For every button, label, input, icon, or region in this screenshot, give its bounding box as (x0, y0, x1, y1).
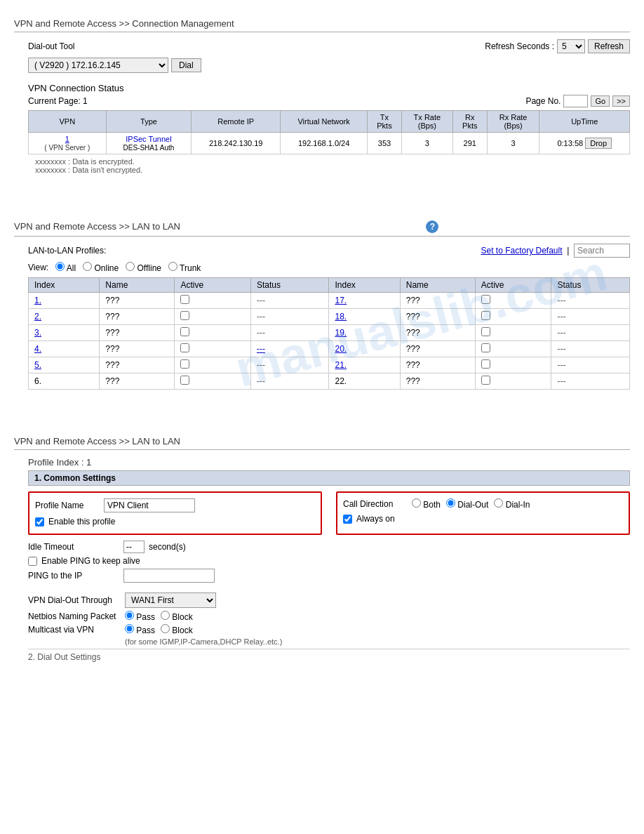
active-checkbox-21[interactable] (481, 359, 490, 369)
call-both-label[interactable]: Both (412, 498, 441, 510)
netbios-pass-radio[interactable] (125, 611, 134, 620)
col-name-right: Name (400, 278, 475, 293)
page-number-input[interactable] (563, 95, 588, 107)
go-button[interactable]: Go (591, 95, 610, 107)
view-online-label[interactable]: Online (83, 262, 119, 273)
vpn-status-title: VPN Connection Status (28, 83, 630, 93)
enable-profile-label: Enable this profile (48, 517, 115, 527)
enable-ping-checkbox[interactable] (28, 557, 37, 566)
vpn-tx-pkts: 353 (368, 133, 402, 154)
active-checkbox-18[interactable] (481, 311, 490, 320)
active-checkbox-20[interactable] (481, 343, 490, 352)
refresh-seconds-label: Refresh Seconds : (485, 41, 554, 51)
col-name-left: Name (100, 278, 175, 293)
always-on-label: Always on (356, 514, 395, 524)
right-profile-col: Call Direction Both Dial-Out Dial-In Alw… (336, 491, 630, 535)
table-row: 3. ??? --- 19. ??? --- (29, 325, 630, 341)
view-offline-radio[interactable] (126, 262, 135, 271)
drop-button[interactable]: Drop (585, 138, 612, 149)
netbios-pass-label[interactable]: Pass (125, 611, 155, 622)
breadcrumb-3: VPN and Remote Access >> LAN to LAN (14, 432, 630, 450)
col-rx-pkts: RxPkts (452, 111, 487, 133)
netbios-block-label[interactable]: Block (161, 611, 193, 622)
table-row: 6. ??? --- 22. ??? --- (29, 373, 630, 390)
view-trunk-radio[interactable] (168, 262, 177, 271)
multicast-block-radio[interactable] (161, 624, 170, 633)
table-row: 4. ??? --- 20. ??? --- (29, 341, 630, 357)
view-all-radio[interactable] (55, 262, 65, 271)
active-checkbox-19[interactable] (481, 327, 490, 336)
refresh-seconds-select[interactable]: 5 10 30 (557, 39, 585, 53)
col-status-left: Status (250, 278, 329, 293)
call-dialin-label[interactable]: Dial-In (494, 498, 530, 510)
vpn-id: 1 ( VPN Server ) (29, 133, 107, 154)
search-input[interactable] (574, 244, 630, 258)
view-offline-label[interactable]: Offline (126, 262, 161, 273)
breadcrumb-1: VPN and Remote Access >> Connection Mana… (14, 14, 630, 32)
profile-index: Profile Index : 1 (28, 457, 630, 468)
col-index-left: Index (29, 278, 100, 293)
vpn-remote-ip: 218.242.130.19 (192, 133, 281, 154)
call-dialout-label[interactable]: Dial-Out (446, 498, 488, 510)
col-tx-pkts: TxPkts (368, 111, 402, 133)
dial-out-settings-label: 2. Dial Out Settings (28, 649, 630, 662)
multicast-pass-radio[interactable] (125, 624, 134, 633)
active-checkbox-6[interactable] (180, 376, 189, 385)
view-label: View: (28, 263, 48, 272)
factory-default-link[interactable]: Set to Factory Default (481, 246, 562, 256)
idle-timeout-input[interactable] (123, 541, 145, 553)
view-all-label[interactable]: All (55, 262, 76, 273)
table-row: 1. ??? --- 17. ??? --- (29, 293, 630, 309)
common-settings-label: 1. Common Settings (28, 470, 630, 486)
multicast-block-label[interactable]: Block (161, 624, 193, 635)
active-checkbox-22[interactable] (481, 376, 490, 385)
ping-ip-label: PING to the IP (28, 571, 119, 581)
enable-profile-checkbox[interactable] (35, 517, 44, 527)
vpn-connection-table: VPN Type Remote IP Virtual Network TxPkt… (28, 110, 630, 154)
col-vpn: VPN (29, 111, 107, 133)
active-checkbox-2[interactable] (180, 311, 189, 320)
col-status-right: Status (551, 278, 630, 293)
active-checkbox-17[interactable] (481, 295, 490, 304)
active-checkbox-1[interactable] (180, 295, 189, 304)
call-direction-label: Call Direction (343, 499, 406, 509)
vpn-tx-rate: 3 (401, 133, 452, 154)
active-checkbox-4[interactable] (180, 343, 189, 352)
help-icon[interactable]: ? (426, 220, 438, 233)
profile-name-input[interactable] (104, 498, 195, 512)
call-dialout-radio[interactable] (446, 498, 455, 508)
col-index-right: Index (329, 278, 400, 293)
view-online-radio[interactable] (83, 262, 92, 271)
call-both-radio[interactable] (412, 498, 421, 508)
dial-vpn-select[interactable]: ( V2920 ) 172.16.2.145 (28, 58, 168, 73)
dialout-through-select[interactable]: WAN1 First WAN2 First WAN1 Only WAN2 Onl… (125, 593, 216, 608)
table-row: 5. ??? --- 21. ??? --- (29, 357, 630, 373)
enable-ping-label: Enable PING to keep alive (41, 556, 140, 566)
ping-ip-input[interactable] (123, 569, 215, 583)
vpn-type: IPSec Tunnel DES-SHA1 Auth (106, 133, 192, 154)
table-row: 2. ??? --- 18. ??? --- (29, 309, 630, 325)
profiles-label: LAN-to-LAN Profiles: (28, 246, 106, 256)
vpn-uptime: 0:13:58 Drop (539, 133, 630, 154)
col-uptime: UpTime (539, 111, 630, 133)
dialout-tool-label: Dial-out Tool (28, 41, 74, 51)
netbios-block-radio[interactable] (161, 611, 170, 620)
col-type: Type (106, 111, 192, 133)
next-page-button[interactable]: >> (612, 95, 630, 107)
dial-button[interactable]: Dial (171, 58, 201, 72)
refresh-button[interactable]: Refresh (588, 39, 630, 53)
seconds-label: second(s) (149, 542, 186, 552)
netbios-label: Netbios Naming Packet (28, 611, 119, 621)
view-trunk-label[interactable]: Trunk (168, 262, 201, 273)
col-active-left: Active (175, 278, 251, 293)
active-checkbox-5[interactable] (180, 359, 189, 369)
active-checkbox-3[interactable] (180, 327, 189, 336)
col-rx-rate: Rx Rate(Bps) (487, 111, 539, 133)
call-dialin-radio[interactable] (494, 498, 503, 508)
table-row: 1 ( VPN Server ) IPSec Tunnel DES-SHA1 A… (29, 133, 630, 154)
multicast-pass-label[interactable]: Pass (125, 624, 155, 635)
vpn-rx-pkts: 291 (452, 133, 487, 154)
always-on-checkbox[interactable] (343, 515, 352, 524)
col-tx-rate: Tx Rate(Bps) (401, 111, 452, 133)
multicast-note: (for some IGMP,IP-Camera,DHCP Relay..etc… (125, 637, 282, 646)
